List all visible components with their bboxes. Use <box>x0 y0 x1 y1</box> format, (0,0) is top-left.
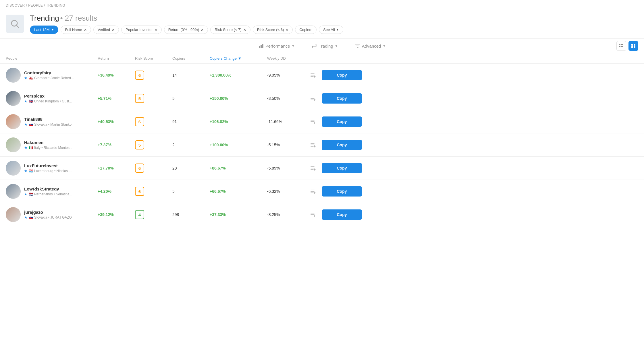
trading-tab[interactable]: Trading ▼ <box>309 42 340 50</box>
see-all-button[interactable]: See All▼ <box>319 26 343 34</box>
risk-score-cell: 6 <box>135 117 172 126</box>
list-view-button[interactable] <box>616 41 626 51</box>
table-row: Contraryfairy ★ 🇬🇮 Gibraltar • Jamie Rob… <box>0 64 644 87</box>
copiers-value: 28 <box>172 166 210 170</box>
person-details-hakumen: Hakumen ★ 🇮🇹 Italy • Riccardo Montes... <box>24 140 72 150</box>
copy-cell: Copy <box>322 209 368 220</box>
watchlist-button[interactable] <box>304 166 322 171</box>
table-header: People Return Risk Score Copiers Copiers… <box>0 53 644 64</box>
filter-last12m[interactable]: Last 12M▼ <box>30 26 58 34</box>
filter-close[interactable]: ✕ <box>155 28 157 32</box>
star-icon: ★ <box>24 122 28 127</box>
filter-risk-score-7[interactable]: Risk Score (< 7)✕ <box>210 26 250 34</box>
person-name: Tinak888 <box>24 117 72 122</box>
person-meta: ★ 🇸🇰 Slovakia • Martin Stanko <box>24 122 72 127</box>
filter-popular-investor[interactable]: Popular Investor✕ <box>121 26 162 34</box>
watchlist-button[interactable] <box>304 73 322 78</box>
watchlist-button[interactable] <box>304 189 322 194</box>
filter-fullname[interactable]: Full Name✕ <box>61 26 91 34</box>
return-value: +40.53% <box>98 119 135 124</box>
person-details-perspicax: Perspicax ★ 🇬🇧 United Kingdom • Gust... <box>24 94 72 103</box>
copiers-value: 298 <box>172 212 210 217</box>
header-content: Trending • 27 results Last 12M▼Full Name… <box>30 14 343 34</box>
person-flag: 🇬🇧 <box>29 99 33 103</box>
person-location: Gibraltar • Jamie Robert... <box>34 76 74 80</box>
filter-verified[interactable]: Verified✕ <box>93 26 119 34</box>
page-icon <box>6 15 24 33</box>
filter-label: Popular Investor <box>126 28 153 32</box>
col-copiers-change[interactable]: Copiers Change ▼ <box>210 56 267 61</box>
performance-tab[interactable]: Performance ▼ <box>256 42 298 50</box>
see-all-arrow: ▼ <box>336 28 339 31</box>
filter-return[interactable]: Return (0% - 99%)✕ <box>164 26 208 34</box>
filter-close[interactable]: ✕ <box>243 28 246 32</box>
person-meta: ★ 🇬🇮 Gibraltar • Jamie Robert... <box>24 76 74 80</box>
copiers-value: 14 <box>172 73 210 77</box>
copy-button[interactable]: Copy <box>322 93 362 104</box>
person-info-tinak888[interactable]: Tinak888 ★ 🇸🇰 Slovakia • Martin Stanko <box>6 114 98 129</box>
return-value: +39.12% <box>98 212 135 217</box>
filter-close[interactable]: ✕ <box>286 28 288 32</box>
person-details-luxfutureinvest: LuxFutureInvest ★ 🇱🇺 Luxembourg • Nicola… <box>24 163 72 173</box>
weekly-dd-value: -8.25% <box>267 212 304 217</box>
person-info-jurajgazo[interactable]: jurajgazo ★ 🇸🇰 Slovakia • JURAJ GAZO <box>6 207 98 222</box>
grid-view-icon <box>631 44 636 48</box>
filter-icon <box>355 43 360 48</box>
list-view-icon <box>619 44 624 48</box>
weekly-dd-value: -11.66% <box>267 119 304 124</box>
copy-button[interactable]: Copy <box>322 140 362 150</box>
person-info-perspicax[interactable]: Perspicax ★ 🇬🇧 United Kingdom • Gust... <box>6 91 98 106</box>
add-to-list-icon <box>310 166 316 171</box>
trading-label: Trading <box>319 44 333 48</box>
add-to-list-icon <box>310 189 316 194</box>
person-info-lowriskstrategy[interactable]: LowRiskStrategy ★ 🇳🇱 Netherlands • Sebas… <box>6 184 98 199</box>
grid-view-button[interactable] <box>628 41 638 51</box>
watchlist-button[interactable] <box>304 212 322 217</box>
filter-close[interactable]: ✕ <box>84 28 87 32</box>
person-info-contraryfairy[interactable]: Contraryfairy ★ 🇬🇮 Gibraltar • Jamie Rob… <box>6 68 98 83</box>
table-body: Contraryfairy ★ 🇬🇮 Gibraltar • Jamie Rob… <box>0 64 644 226</box>
result-count: • 27 results <box>60 14 97 22</box>
advanced-tab[interactable]: Advanced ▼ <box>352 42 389 50</box>
breadcrumb-people[interactable]: PEOPLE <box>28 3 43 7</box>
watchlist-button[interactable] <box>304 142 322 147</box>
filter-copiers[interactable]: Copiers <box>295 26 317 34</box>
table-row: jurajgazo ★ 🇸🇰 Slovakia • JURAJ GAZO +39… <box>0 203 644 226</box>
risk-score-cell: 4 <box>135 210 172 219</box>
person-flag: 🇱🇺 <box>29 169 33 173</box>
copy-button[interactable]: Copy <box>322 116 362 127</box>
star-icon: ★ <box>24 99 28 103</box>
filter-close[interactable]: ✕ <box>112 28 115 32</box>
risk-score-cell: 6 <box>135 164 172 173</box>
copy-button[interactable]: Copy <box>322 186 362 197</box>
person-details-contraryfairy: Contraryfairy ★ 🇬🇮 Gibraltar • Jamie Rob… <box>24 70 74 80</box>
performance-arrow: ▼ <box>292 44 295 48</box>
watchlist-button[interactable] <box>304 119 322 124</box>
copy-button[interactable]: Copy <box>322 209 362 220</box>
person-details-jurajgazo: jurajgazo ★ 🇸🇰 Slovakia • JURAJ GAZO <box>24 210 72 219</box>
svg-rect-2 <box>259 46 260 48</box>
person-location: Slovakia • JURAJ GAZO <box>34 215 72 219</box>
copy-button[interactable]: Copy <box>322 70 362 80</box>
svg-rect-4 <box>262 44 263 48</box>
person-name: LowRiskStrategy <box>24 186 72 191</box>
filter-close[interactable]: ✕ <box>201 28 204 32</box>
weekly-dd-value: -6.32% <box>267 189 304 194</box>
risk-badge: 6 <box>135 187 144 196</box>
page-title-row: Trending • 27 results <box>30 14 343 23</box>
filter-risk-score-6[interactable]: Risk Score (< 6)✕ <box>253 26 293 34</box>
add-to-list-icon <box>310 96 316 101</box>
avatar-contraryfairy <box>6 68 21 83</box>
person-flag: 🇸🇰 <box>29 122 33 127</box>
svg-line-1 <box>16 25 19 28</box>
person-location: Italy • Riccardo Montes... <box>34 146 72 150</box>
avatar-hakumen <box>6 137 21 152</box>
breadcrumb-discover[interactable]: DISCOVER <box>6 3 25 7</box>
person-info-hakumen[interactable]: Hakumen ★ 🇮🇹 Italy • Riccardo Montes... <box>6 137 98 152</box>
copiers-value: 2 <box>172 143 210 147</box>
copy-button[interactable]: Copy <box>322 163 362 173</box>
watchlist-button[interactable] <box>304 96 322 101</box>
weekly-dd-value: -3.50% <box>267 96 304 101</box>
person-info-luxfutureinvest[interactable]: LuxFutureInvest ★ 🇱🇺 Luxembourg • Nicola… <box>6 161 98 176</box>
avatar-luxfutureinvest <box>6 161 21 176</box>
